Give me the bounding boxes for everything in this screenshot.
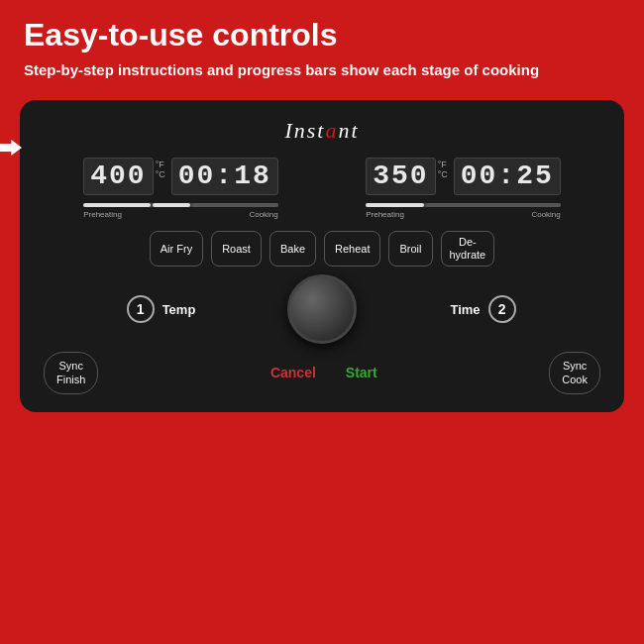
right-progress-labels: Preheating Cooking — [366, 210, 561, 219]
dehydrate-line1: De- — [459, 236, 477, 248]
sync-finish-line1: Sync — [58, 360, 82, 372]
left-progress-track — [83, 203, 278, 207]
device-panel: Instant 400 °F °C 00:18 — [20, 100, 624, 412]
right-c-unit: °C — [438, 169, 448, 179]
left-c-unit: °C — [156, 169, 165, 179]
right-progress-track — [366, 203, 561, 207]
left-progress-section: Preheating Cooking — [83, 203, 278, 219]
left-time-display: 00:18 — [171, 158, 278, 195]
sync-finish-line2: Finish — [56, 374, 85, 385]
reheat-button[interactable]: Reheat — [324, 231, 380, 267]
right-seg2 — [426, 203, 561, 207]
temp-label: Temp — [162, 302, 196, 317]
right-prog-label2: Cooking — [531, 210, 560, 219]
sync-cook-button[interactable]: Sync Cook — [549, 352, 600, 394]
left-seg2 — [153, 203, 191, 207]
sync-cook-line1: Sync — [563, 360, 587, 372]
arrow-icon — [0, 138, 22, 158]
sync-finish-button[interactable]: Sync Finish — [44, 352, 98, 394]
left-progress-labels: Preheating Cooking — [83, 210, 278, 219]
right-prog-label1: Preheating — [366, 210, 404, 219]
right-seg1 — [366, 203, 423, 207]
number-2-value: 2 — [498, 301, 506, 317]
broil-button[interactable]: Broil — [388, 231, 432, 267]
number-2-circle: 2 — [488, 295, 516, 323]
right-temp-unit: °F °C — [438, 158, 448, 179]
left-deg-unit: °F — [156, 160, 165, 169]
num-temp-time-row: 1 Temp Time 2 — [40, 274, 604, 344]
dehydrate-button[interactable]: De- hydrate — [441, 231, 495, 267]
full-bottom-row: Sync Finish Cancel Start Sync Cook — [40, 352, 604, 394]
left-prog-label1: Preheating — [83, 210, 122, 219]
left-temp-value: 400 — [90, 161, 146, 191]
left-time-value: 00:18 — [178, 161, 271, 191]
left-seg3 — [192, 203, 278, 207]
subtitle: Step-by-step instructions and progress b… — [24, 60, 620, 80]
logo-text: Instant — [284, 118, 359, 143]
right-time-value: 00:25 — [461, 161, 554, 191]
display-left-numbers: 400 °F °C 00:18 — [83, 158, 278, 195]
right-temp-display: 350 — [366, 158, 435, 195]
main-controls-area: 1 Temp Time 2 Sync Finish Cancel — [40, 274, 604, 394]
right-temp-value: 350 — [373, 161, 428, 191]
start-button[interactable]: Start — [346, 365, 377, 380]
right-control-group: Time 2 — [362, 295, 604, 323]
svg-marker-0 — [0, 140, 22, 156]
display-right: 350 °F °C 00:25 Preheating Cooking — [366, 158, 561, 219]
right-progress-section: Preheating Cooking — [366, 203, 561, 219]
cancel-start-group: Cancel Start — [270, 365, 377, 380]
left-prog-label2: Cooking — [249, 210, 277, 219]
main-knob[interactable] — [287, 274, 357, 344]
arrow-container — [0, 138, 22, 161]
dehydrate-line2: hydrate — [450, 249, 486, 261]
displays-row: 400 °F °C 00:18 Preheating Cook — [40, 158, 604, 219]
left-seg1 — [83, 203, 150, 207]
roast-button[interactable]: Roast — [211, 231, 262, 267]
left-temp-display: 400 — [83, 158, 153, 195]
left-temp-unit: °F °C — [156, 158, 165, 179]
air-fry-button[interactable]: Air Fry — [150, 231, 203, 267]
display-right-numbers: 350 °F °C 00:25 — [366, 158, 561, 195]
display-left: 400 °F °C 00:18 Preheating Cook — [83, 158, 278, 219]
sync-cook-line2: Cook — [562, 374, 588, 385]
knob-center — [282, 274, 362, 344]
number-1-circle: 1 — [127, 295, 155, 323]
time-label: Time — [450, 302, 480, 317]
function-buttons-row: Air Fry Roast Bake Reheat Broil De- hydr… — [40, 231, 604, 267]
cancel-button[interactable]: Cancel — [270, 365, 316, 380]
number-1-value: 1 — [137, 301, 145, 317]
bake-button[interactable]: Bake — [269, 231, 316, 267]
right-deg-unit: °F — [438, 160, 448, 169]
main-title: Easy-to-use controls — [24, 18, 620, 53]
left-control-group: 1 Temp — [40, 295, 282, 323]
instant-logo: Instant — [40, 118, 604, 144]
right-time-display: 00:25 — [454, 158, 561, 195]
header-section: Easy-to-use controls Step-by-step instru… — [0, 0, 644, 90]
